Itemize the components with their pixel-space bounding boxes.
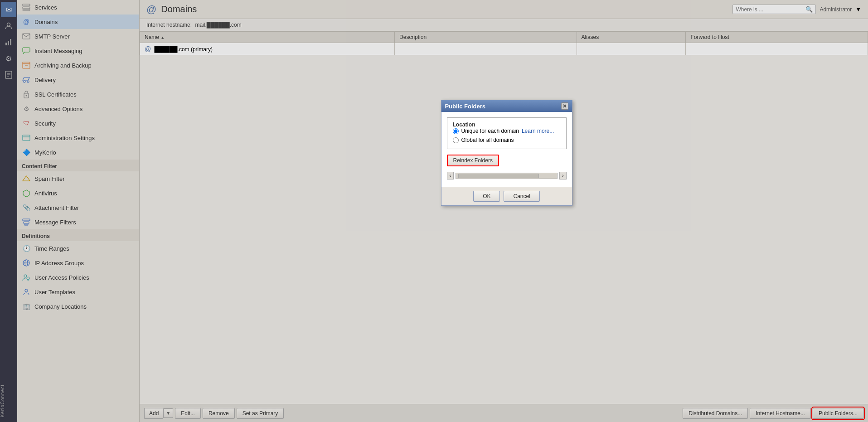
scroll-track[interactable] xyxy=(456,173,558,179)
modal-overlay: Public Folders ✕ Location Unique for eac… xyxy=(0,0,868,422)
radio-global-label: Global for all domains xyxy=(461,137,514,143)
location-legend: Location xyxy=(451,121,561,128)
radio-unique-label: Unique for each domain xyxy=(461,128,519,134)
modal-close-button[interactable]: ✕ xyxy=(561,102,568,110)
modal-body: Location Unique for each domain Learn mo… xyxy=(441,112,572,187)
scroll-right-button[interactable]: › xyxy=(559,172,566,179)
modal-cancel-button[interactable]: Cancel xyxy=(504,191,539,202)
radio-unique-input[interactable] xyxy=(453,128,459,134)
learn-more-link[interactable]: Learn more... xyxy=(522,128,554,134)
public-folders-modal: Public Folders ✕ Location Unique for eac… xyxy=(441,100,572,206)
radio-unique: Unique for each domain Learn more... xyxy=(453,128,561,134)
modal-title-bar: Public Folders ✕ xyxy=(441,100,572,112)
scroll-thumb xyxy=(458,174,539,178)
reindex-section: Reindex Folders xyxy=(447,155,567,166)
location-fieldset: Location Unique for each domain Learn mo… xyxy=(447,117,567,149)
modal-title: Public Folders xyxy=(445,103,486,110)
scrollbar-area: ‹ › xyxy=(447,172,567,179)
modal-footer: OK Cancel xyxy=(441,187,572,205)
modal-ok-button[interactable]: OK xyxy=(473,191,500,202)
radio-global: Global for all domains xyxy=(453,137,561,143)
scroll-left-button[interactable]: ‹ xyxy=(447,172,454,179)
reindex-button[interactable]: Reindex Folders xyxy=(447,155,499,166)
radio-global-input[interactable] xyxy=(453,137,459,143)
